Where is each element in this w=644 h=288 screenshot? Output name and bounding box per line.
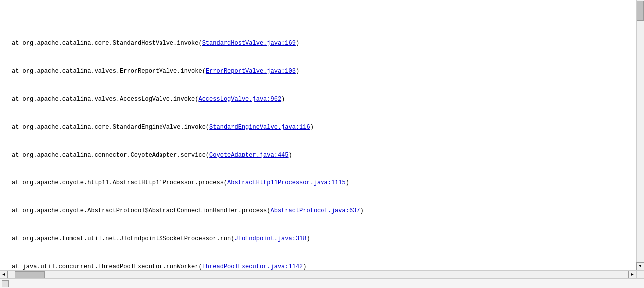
StandardHostValve-link[interactable]: StandardHostValve.java:169	[202, 40, 296, 47]
status-bar	[0, 278, 644, 288]
status-icon	[2, 280, 9, 287]
CoyoteAdapter-link[interactable]: CoyoteAdapter.java:445	[209, 152, 288, 159]
horizontal-scrollbar-thumb[interactable]	[15, 271, 45, 278]
ErrorReportValve-link[interactable]: ErrorReportValve.java:103	[206, 68, 296, 75]
main-container: at org.apache.catalina.core.StandardHost…	[0, 0, 644, 288]
stack-line: at org.apache.catalina.connector.CoyoteA…	[2, 151, 634, 160]
scroll-down-button[interactable]: ▼	[636, 262, 644, 270]
JIoEndpoint-link[interactable]: JIoEndpoint.java:318	[234, 235, 306, 242]
scroll-left-button[interactable]: ◄	[0, 271, 8, 278]
content-area: at org.apache.catalina.core.StandardHost…	[0, 0, 644, 278]
vertical-scrollbar-track[interactable]: ▲ ▼	[636, 0, 644, 270]
stack-line: at org.apache.catalina.core.StandardHost…	[2, 39, 634, 48]
AbstractProtocol-link[interactable]: AbstractProtocol.java:637	[270, 207, 360, 214]
horizontal-scrollbar-track[interactable]: ◄ ►	[0, 270, 636, 278]
AbstractHttp11Processor-link[interactable]: AbstractHttp11Processor.java:1115	[227, 179, 346, 186]
stack-line: at org.apache.catalina.valves.ErrorRepor…	[2, 67, 634, 76]
stack-trace: at org.apache.catalina.core.StandardHost…	[2, 2, 644, 278]
stack-line: at org.apache.catalina.core.StandardEngi…	[2, 123, 634, 132]
scroll-right-button[interactable]: ►	[628, 271, 636, 278]
stack-line: at org.apache.coyote.AbstractProtocol$Ab…	[2, 206, 634, 216]
stack-line: at org.apache.tomcat.util.net.JIoEndpoin…	[2, 234, 634, 244]
AccessLogValve-link[interactable]: AccessLogValve.java:962	[198, 96, 281, 103]
ThreadPoolExecutor-runWorker-link[interactable]: ThreadPoolExecutor.java:1142	[202, 263, 303, 270]
vertical-scrollbar-thumb[interactable]	[637, 1, 644, 21]
stack-line: at org.apache.catalina.valves.AccessLogV…	[2, 95, 634, 104]
StandardEngineValve-link[interactable]: StandardEngineValve.java:116	[209, 124, 310, 131]
stack-line: at org.apache.coyote.http11.AbstractHttp…	[2, 178, 634, 188]
scrollbar-corner	[636, 270, 644, 278]
